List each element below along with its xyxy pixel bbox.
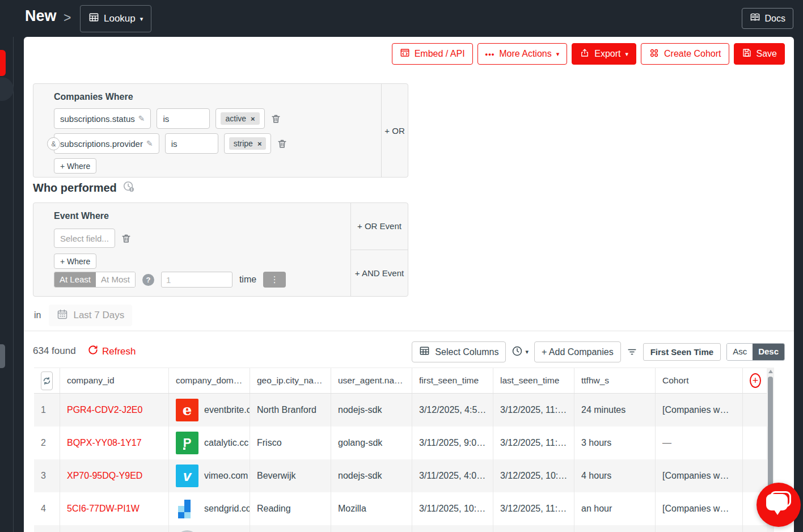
at-most-option[interactable]: At Most xyxy=(96,272,135,287)
embed-api-button[interactable]: Embed / API xyxy=(392,43,473,65)
cohort-icon xyxy=(649,48,660,61)
company-domain: catalytic.cc xyxy=(204,438,248,448)
select-columns-button[interactable]: Select Columns xyxy=(412,341,506,362)
sidebar-avatar-partial[interactable] xyxy=(0,77,14,101)
time-format-dropdown[interactable]: ▾ xyxy=(512,345,529,358)
user-agent: nodejs-sdk xyxy=(331,459,412,492)
export-button[interactable]: Export ▾ xyxy=(572,43,636,65)
pencil-icon: ✎ xyxy=(146,139,153,148)
company-id-link[interactable]: 5CI6-77DW-PI1W xyxy=(67,504,140,514)
user-agent: golang-sdk xyxy=(331,427,412,459)
value-input[interactable]: stripe × xyxy=(224,133,272,154)
sort-desc-option[interactable]: Desc xyxy=(753,344,784,360)
create-cohort-button[interactable]: Create Cohort xyxy=(641,43,729,65)
ttfhw-value: 24 minutes xyxy=(574,394,656,427)
sort-filter-icon[interactable] xyxy=(627,347,637,357)
remove-chip-icon[interactable]: × xyxy=(257,140,262,148)
table-row[interactable]: 2 BQPX-YY08-1Y17 P catalytic.cc Frisco g… xyxy=(34,427,768,459)
pencil-icon: ✎ xyxy=(138,114,145,123)
column-header-company-id[interactable]: company_id xyxy=(60,368,169,393)
add-and-event-button[interactable]: + AND Event xyxy=(351,250,408,297)
field-select-button[interactable]: subscriptions.provider ✎ xyxy=(54,133,159,154)
operator-select-button[interactable]: is xyxy=(165,133,218,154)
delete-filter-icon[interactable] xyxy=(271,113,281,124)
embed-api-label: Embed / API xyxy=(415,49,465,59)
event-where-title: Event Where xyxy=(54,211,109,221)
cohort-value: [Companies w… xyxy=(656,492,743,525)
sort-field-button[interactable]: First Seen Time xyxy=(643,343,721,361)
field-name: subscriptions.status xyxy=(60,114,135,124)
column-header-company-domain[interactable]: company_dom… xyxy=(169,368,250,393)
first-seen-time: 3/12/2025, 4:5… xyxy=(412,394,493,427)
row-number: 1 xyxy=(34,394,60,427)
delete-filter-icon[interactable] xyxy=(277,138,288,149)
and-joiner[interactable]: & xyxy=(47,137,60,150)
columns-grid-icon xyxy=(419,345,430,358)
column-header-ttfhw[interactable]: ttfhw_s xyxy=(574,368,656,393)
company-id-link[interactable]: PGR4-CDV2-J2E0 xyxy=(67,405,142,415)
docs-button[interactable]: Docs xyxy=(742,8,793,29)
column-header-last-seen[interactable]: last_seen_time xyxy=(493,368,574,393)
filter-row: & subscriptions.provider ✎ is stripe × xyxy=(54,133,288,154)
add-or-event-button[interactable]: + OR Event xyxy=(351,203,408,250)
company-id-link[interactable]: XP70-95DQ-Y9ED xyxy=(67,471,142,481)
event-count-input[interactable] xyxy=(161,272,233,288)
company-domain-cell: v vimeo.com xyxy=(169,459,250,492)
refresh-label: Refresh xyxy=(102,346,136,357)
operator-label: is xyxy=(171,139,177,149)
company-id-link[interactable]: BQPX-YY08-1Y17 xyxy=(67,438,142,448)
select-field-button[interactable]: Select field... xyxy=(54,229,115,248)
row-number: 3 xyxy=(34,459,60,492)
add-where-button[interactable]: + Where xyxy=(54,158,96,174)
add-event-where-button[interactable]: + Where xyxy=(54,254,96,269)
vimeo-logo-icon: v xyxy=(176,465,198,487)
results-count: 634 found xyxy=(33,345,76,357)
save-button[interactable]: Save xyxy=(734,43,785,65)
in-label: in xyxy=(34,310,41,320)
cohort-value: — xyxy=(656,427,743,459)
main-content: Embed / API ••• More Actions ▾ Export ▾ … xyxy=(24,37,794,532)
sort-direction-toggle: Asc Desc xyxy=(726,343,785,361)
ttfhw-value: an hour xyxy=(574,492,656,525)
refresh-button[interactable]: Refresh xyxy=(88,345,136,358)
page-title: New xyxy=(25,7,57,25)
chat-widget-button[interactable] xyxy=(756,483,801,527)
field-select-button[interactable]: subscriptions.status ✎ xyxy=(54,108,151,129)
scroll-up-arrow-icon[interactable] xyxy=(768,370,773,373)
date-range-value: Last 7 Days xyxy=(73,310,124,321)
at-least-option[interactable]: At Least xyxy=(54,272,96,287)
table-row[interactable]: 4 5CI6-77DW-PI1W sendgrid.co Reading Moz… xyxy=(34,492,768,525)
more-actions-button[interactable]: ••• More Actions ▾ xyxy=(477,43,568,65)
help-icon[interactable]: ? xyxy=(142,274,154,286)
chat-bubble-icon xyxy=(766,494,788,510)
date-range-button[interactable]: Last 7 Days xyxy=(49,305,132,326)
table-row[interactable]: 1 PGR4-CDV2-J2E0 e eventbrite.c North Br… xyxy=(34,394,768,427)
table-grid-icon xyxy=(88,12,99,26)
delete-filter-icon[interactable] xyxy=(121,233,132,244)
column-header-user-agent[interactable]: user_agent.na… xyxy=(331,368,412,393)
time-options-button[interactable]: ⋮ xyxy=(263,272,286,288)
header-refresh-cell xyxy=(34,368,60,393)
value-chip: active × xyxy=(221,112,259,125)
value-input[interactable]: active × xyxy=(215,108,264,129)
table-header-row: company_id company_dom… geo_ip.city_na… … xyxy=(34,368,768,394)
add-column-icon[interactable]: + xyxy=(750,373,761,388)
sidebar-divider xyxy=(13,0,14,532)
column-header-first-seen[interactable]: first_seen_time xyxy=(412,368,493,393)
company-domain: sendgrid.co xyxy=(204,504,250,514)
add-companies-button[interactable]: + Add Companies xyxy=(534,341,621,362)
filter-row: subscriptions.status ✎ is active × xyxy=(54,108,281,129)
table-row[interactable]: 3 XP70-95DQ-Y9ED v vimeo.com Beverwijk n… xyxy=(34,459,768,492)
lookup-dropdown-button[interactable]: Lookup ▾ xyxy=(80,5,151,32)
eventbrite-logo-icon: e xyxy=(176,399,198,421)
sync-rows-button[interactable] xyxy=(41,371,53,390)
operator-select-button[interactable]: is xyxy=(157,108,210,129)
column-header-cohort[interactable]: Cohort xyxy=(656,368,743,393)
company-domain: vimeo.com xyxy=(204,471,248,481)
table-row-partial[interactable] xyxy=(34,525,768,532)
more-actions-label: More Actions xyxy=(499,49,551,59)
remove-chip-icon[interactable]: × xyxy=(251,115,255,123)
sort-asc-option[interactable]: Asc xyxy=(727,344,753,360)
column-header-geo-city[interactable]: geo_ip.city_na… xyxy=(250,368,331,393)
add-or-group-button[interactable]: + OR xyxy=(381,84,408,177)
